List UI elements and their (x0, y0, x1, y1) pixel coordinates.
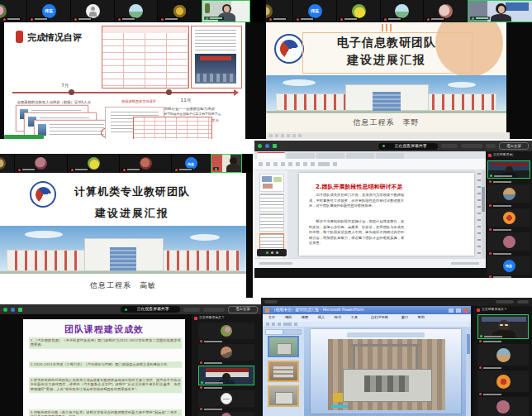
presenter-toolbar[interactable] (266, 132, 510, 139)
sidebar-avatar-tile[interactable] (198, 390, 254, 407)
slides-tab[interactable] (283, 329, 302, 335)
participant-webcam[interactable] (202, 0, 250, 22)
sidebar-avatar-tile[interactable] (477, 344, 529, 366)
exit-fullscreen-button[interactable]: 退出全屏 (499, 142, 529, 150)
toolbar-icon[interactable] (266, 323, 269, 326)
meeting-control-chip[interactable] (4, 135, 44, 139)
meeting-layout-chip[interactable] (461, 144, 482, 148)
participant-name-label (268, 17, 287, 21)
close-button[interactable] (463, 308, 468, 313)
toolbar-icon[interactable] (278, 323, 281, 326)
sidebar-video-tile[interactable] (477, 314, 529, 339)
ribbon-icon[interactable] (318, 162, 330, 166)
ribbon-icon[interactable] (288, 162, 292, 166)
participant-tile[interactable] (0, 0, 27, 22)
maximize-button[interactable] (456, 308, 461, 313)
toolbar-icon[interactable] (294, 323, 297, 326)
tab-active[interactable] (257, 152, 285, 159)
slide-thumb-selected[interactable] (268, 336, 299, 357)
sidebar-avatar-tile[interactable] (487, 232, 530, 251)
participant-tile[interactable] (266, 0, 293, 22)
meeting-layout-chip[interactable] (496, 300, 514, 304)
menu-format[interactable]: 格式 (335, 316, 341, 321)
participant-tile[interactable]: 伟东 (293, 0, 337, 22)
toolbar-icon[interactable] (283, 323, 292, 326)
sidebar-video-tile[interactable] (487, 160, 530, 179)
participant-tile[interactable]: 伟东 (172, 154, 211, 173)
mic-icon[interactable] (266, 251, 268, 254)
slide-thumb[interactable] (268, 361, 299, 382)
sidebar-avatar-tile[interactable]: 伟东 (487, 256, 530, 275)
page-thumb[interactable] (259, 194, 284, 212)
ribbon-icon[interactable] (333, 162, 337, 166)
sidebar-avatar-tile[interactable] (198, 323, 254, 339)
meeting-info-chip[interactable] (183, 308, 200, 312)
ribbon-icon[interactable] (273, 162, 278, 166)
toolbar-icon[interactable] (272, 323, 275, 326)
menu-file[interactable]: 文件 (268, 316, 275, 321)
minimize-button[interactable] (449, 308, 454, 313)
sidebar-avatar-tile[interactable] (477, 371, 529, 392)
participant-tile[interactable] (15, 154, 68, 173)
menu-view[interactable]: 视图 (302, 316, 308, 321)
menu-window[interactable]: 窗口 (401, 316, 408, 321)
menu-insert[interactable]: 插入 (318, 316, 325, 321)
meeting-info-chip[interactable] (264, 300, 278, 304)
ribbon-icon[interactable] (266, 162, 270, 166)
sidebar-avatar-tile[interactable] (487, 184, 530, 203)
zoom-control[interactable] (451, 262, 479, 265)
participant-tile[interactable] (115, 0, 158, 22)
meeting-mini-toolbar[interactable] (257, 249, 287, 256)
ppt-scrollbar[interactable] (466, 328, 471, 416)
record-icon (488, 154, 492, 157)
page-thumb[interactable] (259, 174, 284, 192)
sidebar-avatar-tile[interactable] (198, 344, 254, 361)
menu-help[interactable]: 帮助 (418, 316, 425, 321)
participant-strip: 伟东 (0, 0, 266, 22)
menu-slideshow[interactable]: 幻灯片放映 (371, 316, 388, 321)
ribbon-icon[interactable] (303, 162, 307, 166)
avatar (496, 348, 511, 362)
sidebar-avatar-tile[interactable] (477, 397, 529, 416)
tab[interactable] (346, 153, 374, 159)
tab[interactable] (287, 153, 315, 159)
ribbon-icon[interactable] (296, 162, 300, 166)
ribbon-icon[interactable] (311, 162, 315, 166)
participant-webcam[interactable] (211, 154, 242, 173)
slide-thumb[interactable] (268, 385, 299, 407)
participant-tile[interactable] (71, 0, 115, 22)
shared-slide-computer-team: 计算机类专业教研团队 建设进展汇报 信息工程系 高敏 (0, 173, 246, 298)
tab[interactable] (376, 153, 404, 159)
participant-tile[interactable] (424, 0, 468, 22)
sidebar-avatar-tile[interactable] (487, 208, 530, 227)
participant-tile[interactable] (120, 154, 172, 173)
meeting-layout-chip[interactable] (203, 308, 225, 312)
participant-tile[interactable] (381, 0, 424, 22)
camera-icon[interactable] (271, 251, 273, 254)
participant-tile[interactable]: 伟东 (27, 0, 71, 22)
participant-tile[interactable] (68, 154, 120, 173)
scrollbar[interactable] (482, 170, 485, 258)
menu-edit[interactable]: 编辑 (285, 316, 292, 321)
sidebar-video-tile[interactable] (198, 366, 254, 385)
sidebar-avatar-tile[interactable] (198, 412, 254, 416)
mic-muted-icon (31, 18, 33, 21)
screen-behind (506, 2, 529, 11)
scrollbar-thumb[interactable] (482, 187, 485, 212)
participant-tile[interactable] (158, 0, 202, 22)
ribbon-icon[interactable] (281, 162, 285, 166)
meeting-info-chip[interactable] (441, 144, 458, 148)
participant-name-label (489, 252, 511, 255)
participant-tile[interactable] (337, 0, 381, 22)
tab[interactable] (316, 153, 344, 159)
mic-muted-icon (118, 18, 121, 21)
outline-tab[interactable] (265, 329, 283, 335)
participant-tile[interactable] (0, 154, 15, 173)
participant-webcam[interactable] (468, 0, 532, 22)
scrollbar-thumb[interactable] (467, 334, 470, 354)
exit-fullscreen-button[interactable]: 退出全屏 (228, 306, 258, 313)
ribbon-icon[interactable] (259, 162, 263, 166)
more-icon[interactable] (276, 251, 278, 254)
page-thumb[interactable] (259, 213, 284, 232)
menu-tools[interactable]: 工具 (351, 316, 358, 321)
